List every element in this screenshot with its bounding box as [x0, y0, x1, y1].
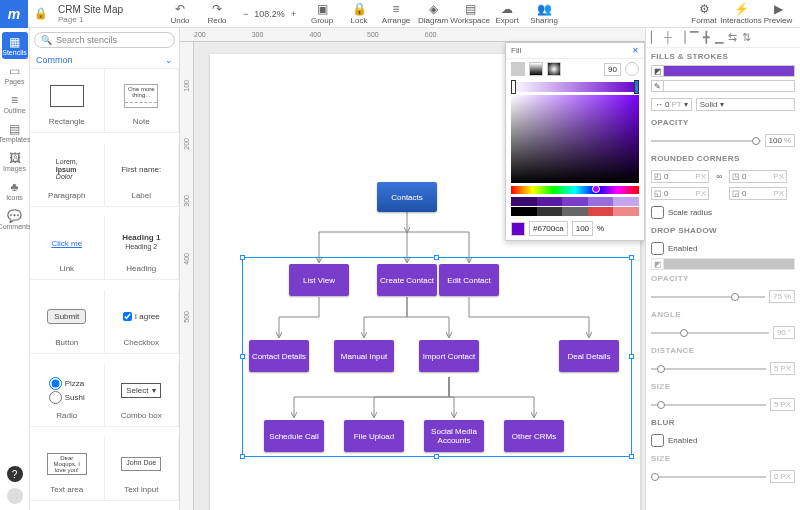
align-center-v-icon[interactable]: ╋ [703, 31, 710, 44]
palette-recent[interactable] [511, 207, 639, 216]
selection-box[interactable] [242, 257, 632, 457]
blur-size-slider[interactable] [651, 476, 766, 478]
rail-stencils[interactable]: ▦Stencils [2, 32, 28, 59]
help-button[interactable]: ? [7, 466, 23, 482]
align-left-icon[interactable]: ▏ [651, 31, 659, 44]
fill-opacity-input[interactable]: 90 [604, 63, 621, 76]
section-opacity: OPACITY [646, 114, 800, 131]
hex-input[interactable]: #6700ca [529, 221, 568, 236]
stencil-heading[interactable]: Heading 1Heading 2Heading [105, 216, 180, 280]
zoom-in-icon[interactable]: + [291, 9, 296, 19]
opacity-slider[interactable] [651, 140, 761, 142]
shadow-angle-value[interactable]: 90 ° [773, 326, 795, 339]
corner-br[interactable]: ◲ 0 PX [729, 187, 787, 200]
shadow-distance-value[interactable]: 5 PX [770, 362, 795, 375]
opacity-value[interactable]: 100 % [765, 134, 795, 147]
corner-bl[interactable]: ◱ 0 PX [651, 187, 709, 200]
rail-comments[interactable]: 💬Comments [2, 206, 28, 233]
fill-picker-icon[interactable]: ◩ [652, 66, 664, 76]
stencil-link[interactable]: Click meLink [30, 216, 105, 280]
close-icon[interactable]: ✕ [632, 46, 639, 55]
node-contacts[interactable]: Contacts [377, 182, 437, 212]
format-button[interactable]: ⚙Format [686, 2, 722, 25]
blur-enabled-checkbox[interactable]: Enabled [646, 431, 800, 450]
stencil-textarea[interactable]: Dear Moqups, I love you!Text area [30, 437, 105, 501]
left-rail: ▦Stencils ▭Pages ≡Outline ▤Templates 🖼Im… [0, 28, 30, 510]
color-field[interactable] [511, 95, 639, 183]
gradient-bar[interactable] [511, 82, 639, 92]
stencil-checkbox[interactable]: I agreeCheckbox [105, 290, 180, 354]
redo-button[interactable]: ↷Redo [199, 2, 235, 25]
stroke-color-bar[interactable]: ✎ [651, 80, 795, 92]
palette-purple[interactable] [511, 197, 639, 206]
preview-icon: ▶ [774, 2, 783, 15]
zoom-out-icon[interactable]: − [243, 9, 248, 19]
fill-type-radial[interactable] [547, 62, 561, 76]
lock-button[interactable]: 🔒Lock [341, 2, 377, 25]
stencil-button[interactable]: SubmitButton [30, 290, 105, 354]
chevron-down-icon: ▾ [152, 386, 156, 395]
shadow-enabled-checkbox[interactable]: Enabled [646, 239, 800, 258]
interactions-button[interactable]: ⚡Interactions [723, 2, 759, 25]
stencil-radio[interactable]: PizzaSushiRadio [30, 363, 105, 427]
shadow-angle-slider[interactable] [651, 332, 769, 334]
stencil-category[interactable]: Common ⌄ [30, 52, 179, 69]
rail-images[interactable]: 🖼Images [2, 148, 28, 175]
stroke-picker-icon[interactable]: ✎ [652, 81, 664, 91]
search-icon: 🔍 [41, 35, 52, 45]
distribute-h-icon[interactable]: ⇆ [728, 31, 737, 44]
corner-tr[interactable]: ◳ 0 PX [729, 170, 787, 183]
hue-slider[interactable] [511, 186, 639, 194]
zoom-control[interactable]: − 108.2% + [235, 9, 304, 19]
shadow-opacity-value[interactable]: 75 % [769, 290, 795, 303]
workspace-icon: ▤ [465, 2, 476, 15]
workspace-button[interactable]: ▤Workspace [452, 2, 488, 25]
rail-pages[interactable]: ▭Pages [2, 61, 28, 88]
corner-tl[interactable]: ◰ 0 PX [651, 170, 709, 183]
images-icon: 🖼 [9, 151, 21, 165]
preview-button[interactable]: ▶Preview [760, 2, 796, 25]
outline-icon: ≡ [11, 93, 18, 107]
stencil-label[interactable]: First name:Label [105, 143, 180, 207]
search-input[interactable]: 🔍 Search stencils [34, 32, 175, 48]
shadow-size-slider[interactable] [651, 404, 766, 406]
angle-dial[interactable] [625, 62, 639, 76]
align-top-icon[interactable]: ▔ [690, 31, 698, 44]
rail-icons[interactable]: ♣Icons [2, 177, 28, 204]
fill-color-bar[interactable]: ◩ [651, 65, 795, 77]
sharing-icon: 👥 [537, 2, 552, 15]
user-avatar[interactable] [7, 488, 23, 504]
canvas[interactable]: 200300400500600 100200300400500 Contacts… [180, 28, 645, 510]
distribute-v-icon[interactable]: ⇅ [742, 31, 751, 44]
rail-outline[interactable]: ≡Outline [2, 90, 28, 117]
export-button[interactable]: ☁Export [489, 2, 525, 25]
document-title: CRM Site Map [58, 4, 156, 15]
arrange-button[interactable]: ≡Arrange [378, 2, 414, 25]
diagram-button[interactable]: ◈Diagram [415, 2, 451, 25]
shadow-color-bar[interactable]: ◩ [651, 258, 795, 270]
group-button[interactable]: ▣Group [304, 2, 340, 25]
stencil-paragraph[interactable]: Lorem,IpsumDolorParagraph [30, 143, 105, 207]
shadow-size-value[interactable]: 5 PX [770, 398, 795, 411]
stroke-width-input[interactable]: ↔ 0 PT ▾ [651, 98, 692, 111]
link-corners-icon[interactable]: ∞ [713, 170, 725, 183]
align-center-h-icon[interactable]: ┼ [664, 31, 672, 44]
stroke-style-select[interactable]: Solid ▾ [696, 98, 795, 111]
stencil-rectangle[interactable]: Rectangle [30, 69, 105, 133]
align-right-icon[interactable]: ▕ [677, 31, 685, 44]
fill-type-linear[interactable] [529, 62, 543, 76]
stencil-combobox[interactable]: Select ▾Combo box [105, 363, 180, 427]
undo-button[interactable]: ↶Undo [162, 2, 198, 25]
alpha-input[interactable]: 100 [572, 221, 593, 236]
align-bottom-icon[interactable]: ▁ [715, 31, 723, 44]
rail-templates[interactable]: ▤Templates [2, 119, 28, 146]
sharing-button[interactable]: 👥Sharing [526, 2, 562, 25]
blur-size-value[interactable]: 0 PX [770, 470, 795, 483]
document-title-block[interactable]: CRM Site Map Page 1 [52, 4, 162, 24]
shadow-opacity-slider[interactable] [651, 296, 765, 298]
fill-type-solid[interactable] [511, 62, 525, 76]
stencil-textinput[interactable]: John DoeText input [105, 437, 180, 501]
stencil-note[interactable]: One more thing...Note [105, 69, 180, 133]
scale-radius-checkbox[interactable]: Scale radius [646, 203, 800, 222]
shadow-distance-slider[interactable] [651, 368, 766, 370]
